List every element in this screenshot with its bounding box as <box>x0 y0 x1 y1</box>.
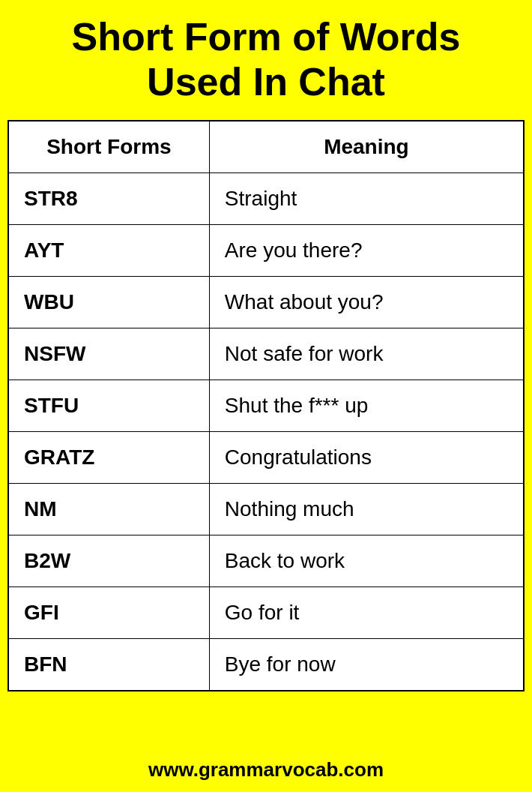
cell-meaning: Nothing much <box>209 483 524 535</box>
cell-short-form: B2W <box>8 535 209 586</box>
table-row: STFUShut the f*** up <box>8 380 524 431</box>
cell-meaning: Bye for now <box>209 638 524 691</box>
cell-meaning: Go for it <box>209 586 524 638</box>
table-row: STR8Straight <box>8 172 524 224</box>
cell-meaning: Shut the f*** up <box>209 380 524 431</box>
page-header: Short Form of Words Used In Chat <box>0 0 532 120</box>
short-forms-table: Short Forms Meaning STR8StraightAYTAre y… <box>7 120 525 692</box>
table-row: B2WBack to work <box>8 535 524 586</box>
page-footer: www.grammarvocab.com <box>0 748 532 792</box>
cell-short-form: BFN <box>8 638 209 691</box>
footer-url: www.grammarvocab.com <box>148 758 384 781</box>
col-meaning-header: Meaning <box>209 121 524 173</box>
cell-short-form: GFI <box>8 586 209 638</box>
cell-short-form: NSFW <box>8 328 209 380</box>
cell-short-form: WBU <box>8 276 209 328</box>
page-title: Short Form of Words Used In Chat <box>22 15 510 105</box>
cell-meaning: Straight <box>209 172 524 224</box>
cell-meaning: Not safe for work <box>209 328 524 380</box>
table-container: Short Forms Meaning STR8StraightAYTAre y… <box>0 120 532 748</box>
cell-meaning: Back to work <box>209 535 524 586</box>
cell-short-form: STFU <box>8 380 209 431</box>
cell-short-form: NM <box>8 483 209 535</box>
col-short-forms-header: Short Forms <box>8 121 209 173</box>
cell-short-form: STR8 <box>8 172 209 224</box>
table-row: AYTAre you there? <box>8 224 524 276</box>
table-row: NSFWNot safe for work <box>8 328 524 380</box>
cell-meaning: Congratulations <box>209 431 524 483</box>
table-row: NMNothing much <box>8 483 524 535</box>
table-row: GRATZCongratulations <box>8 431 524 483</box>
cell-short-form: GRATZ <box>8 431 209 483</box>
table-header-row: Short Forms Meaning <box>8 121 524 173</box>
table-row: GFIGo for it <box>8 586 524 638</box>
cell-short-form: AYT <box>8 224 209 276</box>
table-row: BFNBye for now <box>8 638 524 691</box>
table-row: WBUWhat about you? <box>8 276 524 328</box>
cell-meaning: What about you? <box>209 276 524 328</box>
cell-meaning: Are you there? <box>209 224 524 276</box>
